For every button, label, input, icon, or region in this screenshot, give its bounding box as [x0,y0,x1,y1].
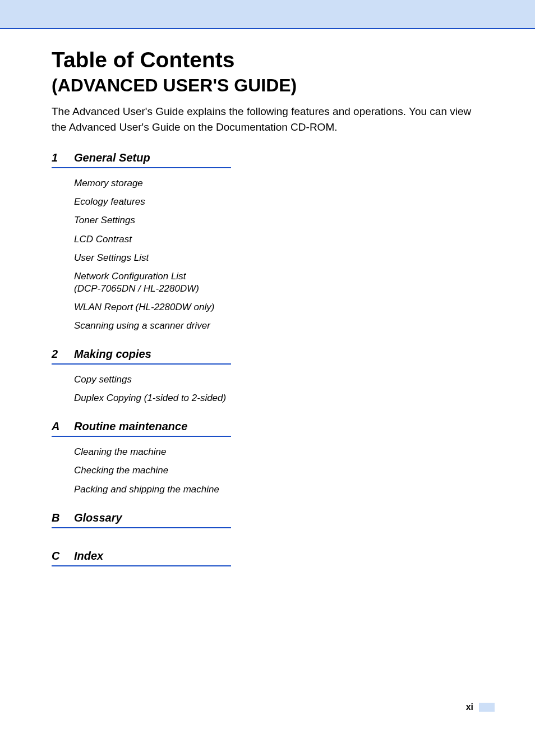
toc-section-number: C [52,550,74,563]
page-subtitle: (ADVANCED USER'S GUIDE) [52,75,483,96]
toc-item: Memory storage [74,177,483,190]
toc-item: LCD Contrast [74,233,483,246]
toc-item: Cleaning the machine [74,446,483,458]
toc-section-number: B [52,511,74,524]
toc-item: Toner Settings [74,214,483,227]
toc-section-items: Cleaning the machineChecking the machine… [52,446,483,495]
toc-section-items: Copy settingsDuplex Copying (1-sided to … [52,374,483,404]
toc-section-title: Glossary [74,511,122,524]
intro-paragraph: The Advanced User's Guide explains the f… [52,104,483,135]
toc-section-header: CIndex [52,550,231,566]
toc-item: Duplex Copying (1-sided to 2-sided) [74,392,483,404]
page-title: Table of Contents [52,47,483,73]
page-tab-decoration [479,703,495,712]
toc-section-header: BGlossary [52,511,231,528]
toc-section-header: ARoutine maintenance [52,420,231,437]
toc-item: Copy settings [74,374,483,386]
toc-section-items: Memory storageEcology featuresToner Sett… [52,177,483,332]
toc-item: User Settings List [74,252,483,264]
toc-item: Network Configuration List (DCP-7065DN /… [74,270,483,295]
toc-section-title: Index [74,550,103,563]
toc-item: Packing and shipping the machine [74,483,483,496]
content-area: Table of Contents (ADVANCED USER'S GUIDE… [0,29,535,588]
toc-section-number: A [52,420,74,433]
page-number: xi [466,702,473,712]
toc-item: Ecology features [74,196,483,208]
toc-section-header: 1General Setup [52,151,231,168]
toc-sections: 1General SetupMemory storageEcology feat… [52,151,483,587]
page-footer: xi [466,702,495,712]
toc-item: Checking the machine [74,464,483,477]
toc-item: WLAN Report (HL-2280DW only) [74,301,483,314]
toc-section-header: 2Making copies [52,348,231,365]
toc-item: Scanning using a scanner driver [74,320,483,332]
toc-section-number: 1 [52,151,74,164]
header-band [0,0,535,29]
toc-section-title: Making copies [74,348,151,361]
toc-section-title: General Setup [74,151,150,164]
toc-section-number: 2 [52,348,74,361]
toc-section-title: Routine maintenance [74,420,187,433]
